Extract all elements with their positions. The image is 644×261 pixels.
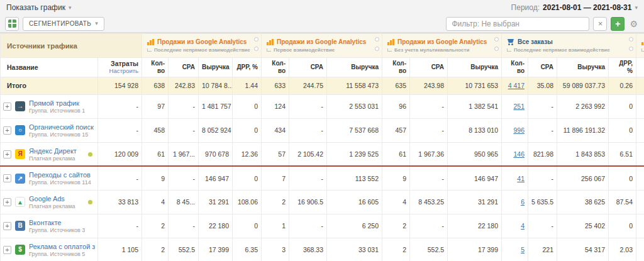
- show-chart-toggle[interactable]: Показать график ▾: [6, 3, 71, 12]
- orders-count-link[interactable]: 251: [513, 103, 525, 110]
- metric-cell: 1 967...: [169, 142, 199, 166]
- metric-cell: 41: [502, 166, 528, 190]
- metric-cell: 87.54: [609, 190, 636, 214]
- group-subtitle: Со...: [641, 47, 644, 53]
- orders-count-link[interactable]: 4 417: [508, 82, 525, 89]
- configure-costs-link[interactable]: Настроить: [101, 68, 138, 75]
- column-header[interactable]: CPA: [169, 58, 199, 77]
- organic-search-icon: ○: [15, 125, 25, 135]
- metric-cell: 9: [382, 166, 410, 190]
- expand-button[interactable]: +: [3, 103, 11, 111]
- source-link[interactable]: Реклама с оплатой за клик: [29, 243, 95, 250]
- metric-cell: 950 965: [448, 142, 502, 166]
- attribution-icon: [641, 48, 644, 52]
- costs-cell: -: [98, 166, 142, 190]
- column-header[interactable]: CPA: [528, 58, 557, 77]
- table-view-button[interactable]: [5, 17, 19, 31]
- group-subtitle: Без учета мультиканальности: [387, 47, 491, 53]
- column-header[interactable]: ДРР, %: [233, 58, 262, 77]
- orders-count-link[interactable]: 6: [521, 198, 525, 206]
- column-header[interactable]: Кол-во: [262, 58, 289, 77]
- group-header-all-orders: Все заказы Последние непрямое взаимодейс…: [502, 34, 636, 58]
- gear-icon[interactable]: [494, 47, 499, 51]
- total-row: Итого154 928638242.8310 784 8...1.446332…: [1, 77, 644, 94]
- expand-button[interactable]: +: [3, 174, 11, 182]
- column-header[interactable]: Кол-во: [502, 58, 528, 77]
- source-link[interactable]: Google Ads: [29, 195, 75, 203]
- metric-cell: 6 250: [327, 214, 382, 238]
- column-header[interactable]: Выручка: [557, 58, 609, 77]
- costs-cell: -: [98, 118, 142, 142]
- expand-button[interactable]: +: [3, 246, 11, 254]
- expand-button[interactable]: +: [3, 126, 11, 135]
- group-header-truncated: За... Со...: [636, 34, 644, 58]
- column-header[interactable]: ДРР, %: [609, 58, 636, 77]
- metric-cell: -: [289, 214, 327, 238]
- costs-column-header[interactable]: Затраты Настроить: [98, 58, 142, 77]
- column-header[interactable]: CPA: [410, 58, 448, 77]
- orders-count-link[interactable]: 4: [521, 222, 525, 230]
- traffic-sources-table: Источники трафика Продажи из Google Anal…: [0, 33, 644, 261]
- metric-cell: 0: [233, 166, 262, 190]
- metric-cell: [636, 190, 644, 214]
- metric-cell: [636, 94, 644, 118]
- gear-icon[interactable]: [254, 47, 258, 51]
- column-header[interactable]: Выручка: [448, 58, 502, 77]
- expand-button[interactable]: +: [3, 198, 11, 206]
- column-header[interactable]: Кол-во: [382, 58, 410, 77]
- period-label: Период:: [511, 3, 540, 12]
- metric-cell: 1.44: [233, 77, 262, 94]
- source-link[interactable]: Переходы с сайтов: [29, 171, 91, 179]
- table-row: +ВВконтактеГруппа. Источников 3-2-22 180…: [1, 214, 644, 238]
- name-column-header[interactable]: Название: [1, 58, 98, 77]
- column-header[interactable]: Выручка: [327, 58, 382, 77]
- column-header[interactable]: CPA: [289, 58, 327, 77]
- metric-cell: 368.33: [289, 238, 327, 261]
- metric-cell: 61: [382, 142, 410, 166]
- metric-cell: 1 382 541: [448, 94, 502, 118]
- metric-cell: 2.03: [609, 238, 636, 261]
- metric-cell: 7 537 668: [327, 118, 382, 142]
- orders-count-link[interactable]: 5: [521, 246, 525, 253]
- gear-icon[interactable]: [375, 37, 379, 42]
- gear-icon[interactable]: [375, 47, 379, 51]
- orders-count-link[interactable]: 146: [513, 150, 525, 158]
- segment-button[interactable]: Сегментировать ▾: [23, 17, 104, 31]
- metric-cell: 0: [609, 214, 636, 238]
- column-header[interactable]: Выручка: [199, 58, 233, 77]
- settings-gear-icon[interactable]: ⚙: [628, 19, 639, 29]
- expand-button[interactable]: +: [3, 150, 11, 158]
- metric-cell: 5 635.5: [528, 190, 557, 214]
- metric-cell: 59 089 037.73: [557, 77, 609, 94]
- source-link[interactable]: Прямой трафик: [29, 99, 85, 107]
- add-filter-button[interactable]: +: [611, 17, 625, 31]
- status-dot-icon: [88, 200, 92, 204]
- metric-cell: 0: [233, 214, 262, 238]
- orders-count-link[interactable]: 41: [517, 175, 525, 182]
- grid-icon: [8, 19, 16, 28]
- gear-icon[interactable]: [629, 37, 633, 42]
- column-header[interactable]: К...: [636, 58, 644, 77]
- metric-cell: 33 031: [327, 238, 382, 261]
- toolbar: Сегментировать ▾ × + ⚙: [0, 15, 644, 33]
- clear-filter-button[interactable]: ×: [593, 17, 607, 31]
- metric-cell: [636, 214, 644, 238]
- source-link[interactable]: Органический поиск: [29, 123, 94, 131]
- period-selector[interactable]: Период: 2021-08-01 — 2021-08-31 ▾: [511, 3, 638, 12]
- metric-cell: 8 45...: [169, 190, 199, 214]
- source-name-cell: +$Реклама с оплатой за кликГруппа. Источ…: [1, 238, 98, 261]
- metric-cell: [636, 238, 644, 261]
- source-link[interactable]: Яндекс Директ: [29, 147, 77, 155]
- group-title: Продажи из Google Analytics: [397, 38, 487, 45]
- expand-button[interactable]: +: [3, 222, 11, 230]
- filter-input[interactable]: [446, 17, 589, 31]
- bar-chart-icon: [147, 39, 154, 45]
- source-link[interactable]: Вконтакте: [29, 219, 85, 226]
- gear-icon[interactable]: [629, 47, 633, 51]
- table-row: +○Органический поискГруппа. Источников 1…: [1, 118, 644, 142]
- orders-count-link[interactable]: 996: [513, 126, 525, 134]
- gear-icon[interactable]: [254, 37, 258, 42]
- column-header[interactable]: Кол-во: [142, 58, 169, 77]
- bar-chart-icon: [267, 39, 274, 45]
- gear-icon[interactable]: [494, 37, 499, 42]
